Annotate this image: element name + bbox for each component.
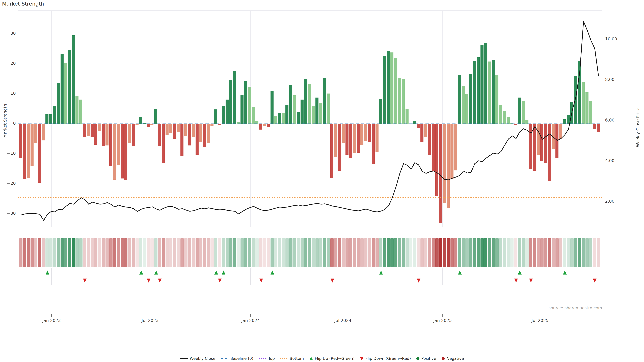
legend-item: Bottom bbox=[280, 356, 304, 361]
legend: Weekly CloseBaseline (0)TopBottomFlip Up… bbox=[0, 356, 644, 361]
heatmap-cell bbox=[173, 238, 176, 267]
heatmap-cell bbox=[117, 238, 120, 267]
legend-item: Positive bbox=[416, 356, 436, 361]
flip-down-marker bbox=[147, 279, 150, 283]
heatmap-cell bbox=[446, 238, 450, 267]
flip-down-marker bbox=[218, 279, 222, 283]
heatmap-cell bbox=[210, 238, 214, 267]
heatmap-cell bbox=[319, 238, 322, 267]
legend-label: Flip Up (Red→Green) bbox=[315, 356, 354, 361]
heatmap-cell bbox=[413, 238, 416, 267]
flip-up-marker bbox=[222, 271, 226, 275]
heatmap-cell bbox=[252, 238, 255, 267]
heatmap-cell bbox=[278, 238, 281, 267]
heatmap-cell bbox=[128, 238, 131, 267]
x-tick-label: Jul 2025 bbox=[532, 318, 548, 323]
flip-down-marker bbox=[259, 279, 263, 283]
heatmap-cell bbox=[308, 238, 311, 267]
heatmap-cell bbox=[300, 238, 304, 267]
heatmap-cell bbox=[353, 238, 356, 267]
flip-up-marker bbox=[270, 271, 274, 275]
x-tick-label: Jul 2023 bbox=[142, 318, 159, 323]
left-tick-label: 30 bbox=[2, 31, 16, 36]
heatmap-cell bbox=[169, 238, 172, 267]
heatmap-cell bbox=[522, 238, 525, 267]
source-credit: source: sharemaestro.com bbox=[548, 306, 602, 310]
page-title: Market Strength bbox=[2, 1, 44, 7]
heatmap-cell bbox=[394, 238, 397, 267]
right-tick-label: 10.00 bbox=[605, 36, 617, 41]
heatmap-cell bbox=[330, 238, 334, 267]
heatmap-cell bbox=[304, 238, 308, 267]
heatmap-cell bbox=[139, 238, 142, 267]
heatmap-cell bbox=[143, 238, 146, 267]
heatmap-cell bbox=[417, 238, 420, 267]
heatmap-cell bbox=[83, 238, 86, 267]
left-tick-label: 10 bbox=[2, 91, 16, 96]
legend-label: Positive bbox=[421, 356, 436, 361]
heatmap-cell bbox=[106, 238, 109, 267]
heatmap-cell bbox=[518, 238, 521, 267]
flip-down-marker bbox=[83, 279, 87, 283]
heatmap-cell bbox=[102, 238, 105, 267]
flip-up-marker bbox=[563, 271, 567, 275]
legend-item: Flip Down (Green→Red) bbox=[360, 356, 411, 361]
heatmap-cell bbox=[597, 238, 600, 267]
legend-item: Baseline (0) bbox=[221, 356, 253, 361]
heatmap-cell bbox=[147, 238, 150, 267]
heatmap-cell bbox=[323, 238, 326, 267]
bottom-panel-gridline bbox=[18, 305, 602, 305]
heatmap-cell bbox=[499, 238, 502, 267]
heatmap-cell bbox=[154, 238, 158, 267]
heatmap-cell bbox=[496, 238, 498, 267]
heatmap-cell bbox=[420, 238, 424, 267]
heatmap-cell bbox=[582, 238, 585, 267]
heatmap-cell bbox=[53, 238, 56, 267]
main-plot-area bbox=[18, 10, 602, 227]
heatmap-cell bbox=[286, 238, 289, 267]
heatmap-cell bbox=[327, 238, 330, 267]
heatmap-cell bbox=[248, 238, 251, 267]
heatmap-cell bbox=[60, 238, 64, 267]
heatmap-cell bbox=[94, 238, 98, 267]
heatmap-cell bbox=[390, 238, 394, 267]
v-gridline bbox=[250, 268, 251, 285]
heatmap-cell bbox=[458, 238, 461, 267]
heatmap-cell bbox=[188, 238, 191, 267]
x-tick-mark bbox=[150, 314, 150, 317]
heatmap-cell bbox=[177, 238, 180, 267]
heatmap-cell bbox=[270, 238, 274, 267]
heatmap-cell bbox=[574, 238, 578, 267]
heatmap-cell bbox=[424, 238, 427, 267]
weekly-close-line bbox=[21, 21, 598, 220]
flip-down-marker bbox=[529, 279, 533, 283]
legend-label: Baseline (0) bbox=[230, 356, 253, 361]
heatmap-cell bbox=[34, 238, 38, 267]
heatmap-cell bbox=[46, 238, 49, 267]
heatmap-cell bbox=[503, 238, 506, 267]
flip-marker-panel bbox=[18, 268, 602, 285]
heatmap-cell bbox=[226, 238, 229, 267]
heatmap-cell bbox=[567, 238, 570, 267]
heatmap-cell bbox=[259, 238, 262, 267]
heatmap-cell bbox=[338, 238, 341, 267]
x-tick-label: Jan 2024 bbox=[241, 318, 260, 323]
heatmap-cell bbox=[492, 238, 495, 267]
right-tick-label: 4.00 bbox=[605, 158, 614, 163]
heatmap-cell bbox=[406, 238, 409, 267]
heatmap-cell bbox=[297, 238, 300, 267]
heatmap-cell bbox=[267, 238, 270, 267]
x-tick-label: Jan 2025 bbox=[433, 318, 452, 323]
heatmap-cell bbox=[233, 238, 236, 267]
flip-up-marker bbox=[458, 271, 462, 275]
v-gridline bbox=[540, 268, 540, 285]
v-gridline bbox=[51, 268, 52, 285]
heatmap-cell bbox=[124, 238, 128, 267]
left-tick-label: 20 bbox=[2, 61, 16, 66]
heatmap-cell bbox=[240, 238, 244, 267]
heatmap-cell bbox=[466, 238, 468, 267]
heatmap-cell bbox=[432, 238, 435, 267]
right-axis-label: Weekly Close Price bbox=[635, 108, 640, 147]
heatmap-cell bbox=[526, 238, 528, 267]
legend-dash-swatch bbox=[221, 358, 228, 359]
